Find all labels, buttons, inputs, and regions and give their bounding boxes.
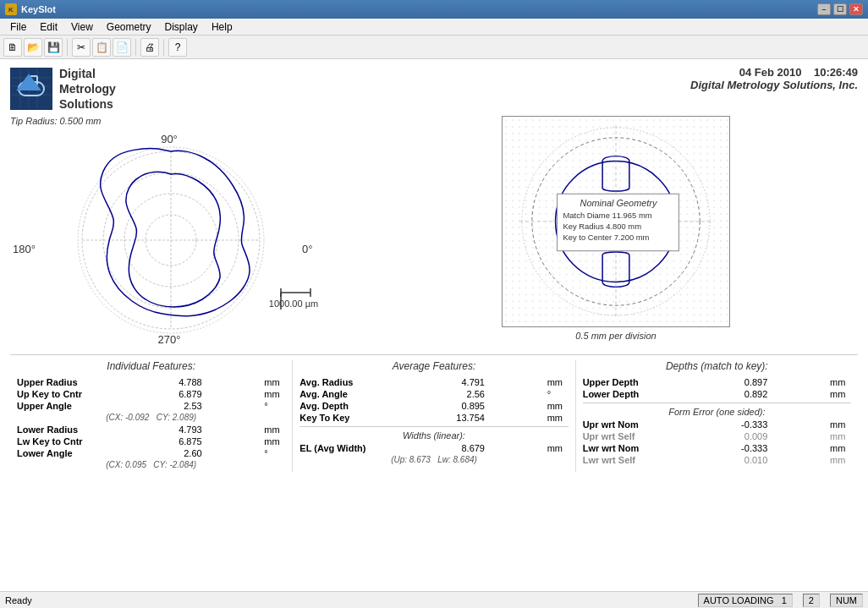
lwr-wrt-nom-value: -0.333 — [729, 443, 767, 453]
svg-text:0°: 0° — [302, 243, 312, 255]
svg-text:1000.00 µm: 1000.00 µm — [269, 299, 318, 309]
avg-radius-value: 4.791 — [447, 377, 485, 387]
logo-image — [10, 68, 52, 110]
help-button[interactable]: ? — [168, 38, 187, 57]
lwr-wrt-nom-label: Lwr wrt Nom — [583, 443, 667, 453]
auto-loading-value: 1 — [782, 595, 787, 605]
menu-edit[interactable]: Edit — [33, 19, 64, 35]
lw-key-cntr-unit: mm — [264, 436, 285, 446]
print-button[interactable]: 🖨 — [140, 38, 159, 57]
upper-depth-unit: mm — [830, 377, 851, 387]
save-button[interactable]: 💾 — [44, 38, 63, 57]
polar-chart: 90° 0° 270° 180° — [10, 128, 332, 348]
header-date: 04 Feb 2010 — [739, 66, 802, 79]
upr-wrt-self-row: Upr wrt Self 0.009 mm — [583, 431, 851, 441]
avg-angle-row: Avg. Angle 2.56 ° — [299, 389, 568, 399]
field2-value: 2 — [803, 594, 820, 607]
close-button[interactable]: ✕ — [849, 3, 863, 15]
cut-button[interactable]: ✂ — [72, 38, 91, 57]
menu-view[interactable]: View — [64, 19, 100, 35]
polar-chart-svg: 90° 0° 270° 180° — [10, 128, 332, 348]
title-controls[interactable]: – ☐ ✕ — [817, 3, 863, 15]
avg-radius-row: Avg. Radius 4.791 mm — [299, 377, 568, 387]
lw-key-cntr-value: 6.875 — [164, 436, 202, 446]
auto-loading-label: AUTO LOADING 1 — [698, 594, 793, 607]
individual-features-column: Individual Features: Upper Radius 4.788 … — [10, 360, 293, 472]
app-icon: K — [5, 3, 17, 15]
svg-text:Key to Center 7.200 mm: Key to Center 7.200 mm — [563, 232, 650, 241]
upr-wrt-self-value: 0.009 — [729, 431, 767, 441]
header-time: 10:26:49 — [814, 66, 858, 79]
upper-depth-row: Upper Depth 0.897 mm — [583, 377, 851, 387]
el-avg-width-unit: mm — [547, 443, 569, 453]
copy-button[interactable]: 📋 — [92, 38, 111, 57]
company-name: DigitalMetrologySolutions — [59, 66, 116, 112]
upper-angle-label: Upper Angle — [17, 401, 102, 411]
upper-angle-value: 2.53 — [164, 401, 202, 411]
logo-area: DigitalMetrologySolutions — [10, 66, 116, 112]
svg-text:270°: 270° — [158, 333, 181, 346]
menu-help[interactable]: Help — [205, 19, 239, 35]
avg-depth-row: Avg. Depth 0.895 mm — [299, 401, 568, 411]
toolbar-separator-3 — [163, 39, 164, 56]
svg-text:Key Radius    4.800 mm: Key Radius 4.800 mm — [563, 221, 642, 230]
lwr-wrt-self-row: Lwr wrt Self 0.010 mm — [583, 455, 851, 465]
upper-angle-unit: ° — [264, 401, 285, 411]
svg-text:Nominal Geometry: Nominal Geometry — [580, 198, 657, 208]
app-title: KeySlot — [21, 4, 56, 14]
avg-divider — [299, 426, 568, 427]
upr-wrt-nom-unit: mm — [830, 419, 851, 430]
lw-key-cntr-label: Lw Key to Cntr — [17, 436, 102, 446]
new-button[interactable]: 🗎 — [3, 38, 22, 57]
menu-geometry[interactable]: Geometry — [100, 19, 158, 35]
header-row: DigitalMetrologySolutions 04 Feb 2010 10… — [10, 66, 858, 112]
main-content: DigitalMetrologySolutions 04 Feb 2010 10… — [0, 59, 868, 591]
avg-angle-value: 2.56 — [447, 389, 485, 399]
open-button[interactable]: 📂 — [24, 38, 42, 57]
num-indicator: NUM — [830, 594, 863, 607]
avg-angle-unit: ° — [547, 389, 569, 399]
upr-wrt-self-label: Upr wrt Self — [583, 431, 667, 441]
avg-angle-label: Avg. Angle — [299, 389, 384, 399]
up-key-cntr-value: 6.879 — [164, 389, 202, 399]
lower-depth-label: Lower Depth — [583, 389, 667, 399]
depths-title: Depths (match to key): — [583, 360, 851, 372]
restore-button[interactable]: ☐ — [833, 3, 847, 15]
lower-radius-row: Lower Radius 4.793 mm — [17, 425, 285, 435]
widths-up-lw-note: (Up: 8.673 Lw: 8.684) — [299, 455, 568, 464]
lwr-wrt-self-label: Lwr wrt Self — [583, 455, 667, 465]
paste-button[interactable]: 📄 — [113, 38, 131, 57]
up-key-cntr-row: Up Key to Cntr 6.879 mm — [17, 389, 285, 399]
key-to-key-label: Key To Key — [299, 413, 384, 423]
individual-features-title: Individual Features: — [17, 360, 285, 372]
tip-radius-label: Tip Radius: 0.500 mm — [10, 116, 365, 126]
polar-chart-container: Tip Radius: 0.500 mm 90° 0° 270° 180° — [10, 116, 365, 348]
upr-wrt-nom-row: Upr wrt Nom -0.333 mm — [583, 419, 851, 430]
upper-depth-value: 0.897 — [729, 377, 767, 387]
lwr-wrt-nom-unit: mm — [830, 443, 851, 453]
minimize-button[interactable]: – — [817, 3, 831, 15]
charts-row: Tip Radius: 0.500 mm 90° 0° 270° 180° — [10, 116, 858, 348]
up-key-cntr-label: Up Key to Cntr — [17, 389, 102, 399]
toolbar-separator-1 — [67, 39, 68, 56]
depths-divider — [583, 403, 851, 403]
key-to-key-unit: mm — [547, 413, 569, 423]
menu-display[interactable]: Display — [158, 19, 205, 35]
avg-depth-unit: mm — [547, 401, 569, 411]
status-ready: Ready — [5, 595, 32, 605]
el-avg-width-value: 8.679 — [447, 443, 485, 453]
upper-depth-label: Upper Depth — [583, 377, 667, 387]
lower-angle-row: Lower Angle 2.60 ° — [17, 448, 285, 458]
menu-file[interactable]: File — [3, 19, 33, 35]
status-bar: Ready AUTO LOADING 1 2 NUM — [0, 591, 868, 608]
avg-radius-unit: mm — [547, 377, 569, 387]
lower-radius-value: 4.793 — [164, 425, 202, 435]
key-to-key-row: Key To Key 13.754 mm — [299, 413, 568, 423]
lower-radius-label: Lower Radius — [17, 425, 102, 435]
avg-radius-label: Avg. Radius — [299, 377, 384, 387]
lower-cx-cy-note: (CX: 0.095 CY: -2.084) — [17, 460, 285, 469]
upper-angle-row: Upper Angle 2.53 ° — [17, 401, 285, 411]
upr-wrt-nom-value: -0.333 — [729, 419, 767, 430]
average-features-title: Average Features: — [299, 360, 568, 372]
menu-bar: File Edit View Geometry Display Help — [0, 19, 868, 36]
